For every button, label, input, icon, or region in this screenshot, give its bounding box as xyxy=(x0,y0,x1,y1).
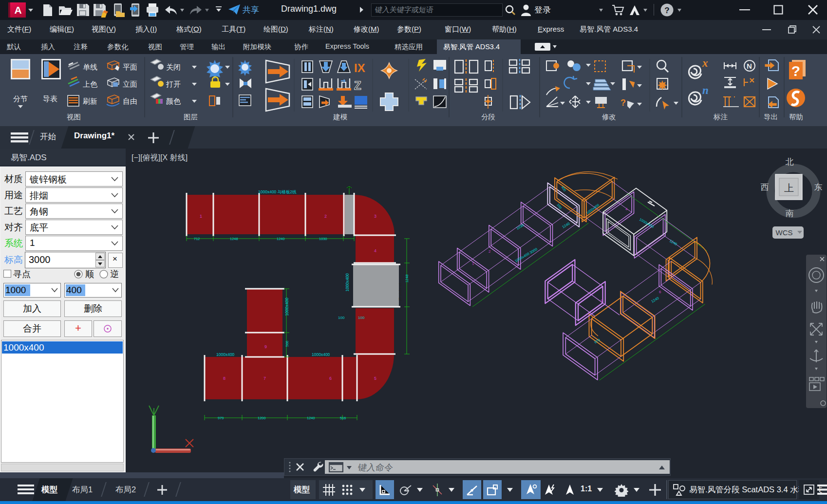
svg-text:北: 北 xyxy=(786,157,794,167)
svg-text:979: 979 xyxy=(218,416,224,420)
svg-text:712: 712 xyxy=(194,237,200,241)
svg-text:1200: 1200 xyxy=(258,416,266,420)
svg-text:1240: 1240 xyxy=(562,222,571,229)
svg-text:1000x400: 1000x400 xyxy=(345,273,350,292)
svg-text:上: 上 xyxy=(784,183,794,193)
svg-text:5: 5 xyxy=(374,376,376,381)
svg-text:N: N xyxy=(747,62,752,70)
svg-text:100: 100 xyxy=(358,316,365,320)
svg-text:Z: Z xyxy=(354,79,361,92)
svg-text:1: 1 xyxy=(200,214,202,219)
svg-text:1240: 1240 xyxy=(651,296,660,304)
svg-text:自由: 自由 xyxy=(123,97,137,105)
svg-text:帮助: 帮助 xyxy=(789,113,803,121)
svg-text:6: 6 xyxy=(329,376,332,381)
svg-text:9: 9 xyxy=(264,344,267,349)
svg-text:JD wkdw wt: JD wkdw wt xyxy=(398,283,402,301)
svg-text:导出: 导出 xyxy=(764,113,778,121)
svg-text:分节: 分节 xyxy=(13,94,28,103)
svg-text:516: 516 xyxy=(340,416,346,420)
svg-text:1030: 1030 xyxy=(319,237,327,241)
svg-text:1000x400: 1000x400 xyxy=(284,298,289,316)
svg-text:?: ? xyxy=(620,98,626,108)
svg-text:8: 8 xyxy=(223,376,226,381)
svg-text:1000x400: 1000x400 xyxy=(216,352,235,357)
svg-text:3: 3 xyxy=(374,214,376,219)
svg-text:图层: 图层 xyxy=(184,113,198,121)
svg-text:2: 2 xyxy=(324,214,327,219)
svg-text:刷新: 刷新 xyxy=(83,97,97,105)
svg-text:分段: 分段 xyxy=(481,113,495,121)
svg-text:566: 566 xyxy=(285,341,289,347)
svg-text:西: 西 xyxy=(761,183,769,192)
svg-text:1: 1 xyxy=(472,261,474,266)
svg-text:4: 4 xyxy=(625,207,628,211)
svg-text:7: 7 xyxy=(263,376,266,381)
svg-text:1000x400: 1000x400 xyxy=(639,217,655,229)
svg-text:1248: 1248 xyxy=(230,237,238,241)
svg-text:颜色: 颜色 xyxy=(166,97,181,105)
svg-text:立面: 立面 xyxy=(123,80,137,88)
svg-text:导表: 导表 xyxy=(43,94,57,103)
svg-text:WCS: WCS xyxy=(776,228,793,237)
svg-text:建模: 建模 xyxy=(333,113,348,121)
svg-text:?: ? xyxy=(791,63,800,79)
svg-text:n: n xyxy=(702,84,709,96)
svg-text:修改: 修改 xyxy=(601,113,616,121)
svg-text:6: 6 xyxy=(659,290,661,294)
svg-text:2: 2 xyxy=(489,249,491,254)
svg-text:打开: 打开 xyxy=(166,80,181,88)
svg-text:4: 4 xyxy=(374,248,376,253)
svg-text:1240: 1240 xyxy=(277,237,285,241)
svg-text:IX: IX xyxy=(354,61,365,75)
svg-text:关闭: 关闭 xyxy=(166,63,181,71)
svg-text:100: 100 xyxy=(338,316,345,320)
svg-text:x: x xyxy=(702,57,708,69)
svg-text:视图: 视图 xyxy=(67,113,81,121)
svg-text:?: ? xyxy=(664,6,669,15)
svg-text:单线: 单线 xyxy=(83,63,97,71)
svg-text:东: 东 xyxy=(814,183,823,192)
svg-text:1000x400 与楼板2线: 1000x400 与楼板2线 xyxy=(258,189,297,194)
svg-text:1000x400: 1000x400 xyxy=(312,352,330,357)
svg-text:南: 南 xyxy=(786,209,794,218)
svg-text:1240: 1240 xyxy=(307,416,315,420)
svg-text:1248: 1248 xyxy=(405,275,409,283)
svg-text:上色: 上色 xyxy=(83,80,97,88)
svg-text:1248: 1248 xyxy=(669,239,678,246)
svg-text:标注: 标注 xyxy=(713,113,728,121)
svg-text:9: 9 xyxy=(601,299,603,303)
svg-text:平面: 平面 xyxy=(123,63,137,71)
svg-text:1030: 1030 xyxy=(516,223,525,231)
svg-text:1000x400: 1000x400 xyxy=(585,203,600,215)
svg-text:400: 400 xyxy=(561,186,566,192)
